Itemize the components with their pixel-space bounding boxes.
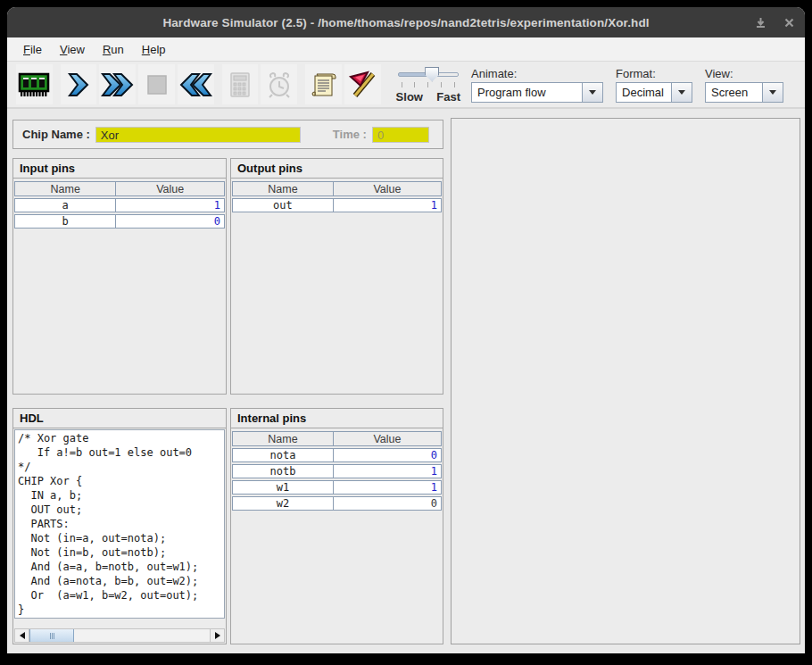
pin-name: w2 [233,497,333,510]
pin-name: b [15,215,115,228]
pin-value: 1 [333,481,441,494]
chip-name-field[interactable]: Xor [95,127,301,143]
input-pins-panel: Input pins Name Value a 1 b 0 [12,158,227,395]
input-pins-table: Name Value a 1 b 0 [14,181,225,229]
internal-pins-table: Name Value nota 0 notb 1 w1 1 w2 0 [232,431,442,511]
view-hdl-button[interactable] [305,64,342,104]
view-dropdown-arrow-icon[interactable] [762,83,783,102]
calculator-button[interactable] [222,64,259,104]
column-header-name: Name [15,182,115,195]
code-line: If a!=b out=1 else out=0 [18,445,224,460]
hdl-title: HDL [13,409,226,428]
animate-value: Program flow [472,83,551,102]
table-row: a 1 [14,198,225,212]
pin-value[interactable]: 0 [115,215,224,228]
pin-name: notb [233,465,333,478]
scrollbar-thumb[interactable] [29,629,74,642]
menu-run[interactable]: Run [94,39,133,60]
input-pins-title: Input pins [13,159,226,179]
table-header: Name Value [232,181,442,196]
code-line: */ [18,460,224,474]
chip-name-label: Chip Name : [22,128,90,141]
table-row: w1 1 [232,480,442,495]
code-line: } [18,603,224,617]
reset-icon [178,71,212,98]
time-field: 0 [372,127,429,143]
run-icon [101,71,135,98]
output-pins-panel: Output pins Name Value out 1 [230,158,443,395]
table-row: out 1 [232,198,442,212]
speed-slider-thumb[interactable] [425,67,439,82]
scroll-left-arrow-icon[interactable] [15,629,29,642]
toolbar: Slow Fast Animate: Program flow Format: … [7,62,805,109]
format-combo-group: Format: Decimal [616,67,692,103]
format-dropdown-arrow-icon[interactable] [671,83,692,102]
breakpoints-button[interactable] [344,64,381,104]
main-content: Chip Name : Xor Time : 0 Input pins Name… [7,109,805,652]
format-label: Format: [616,67,692,80]
hdl-panel: HDL /* Xor gate If a!=b out=1 else out=0… [12,408,227,644]
slider-slow-label: Slow [396,90,423,104]
hdl-horizontal-scrollbar[interactable] [14,628,225,643]
code-line: Not (in=b, out=notb); [18,545,224,560]
scroll-right-arrow-icon[interactable] [210,629,224,642]
close-icon[interactable] [784,18,794,28]
pin-name: nota [233,449,333,461]
single-step-icon [67,71,90,98]
time-label: Time : [333,128,367,141]
column-header-value: Value [333,182,441,195]
minimize-icon[interactable] [755,17,766,29]
column-header-value: Value [333,432,441,445]
code-line: And (a=nota, b=b, out=w2); [18,574,224,588]
table-row: b 0 [14,214,225,229]
load-chip-icon [18,71,50,99]
window-title: Hardware Simulator (2.5) - /home/thomas/… [162,16,649,29]
code-line: OUT out; [18,503,224,517]
code-line: PARTS: [18,517,224,531]
view-value: Screen [706,83,753,102]
column-header-name: Name [233,182,333,195]
view-combo-group: View: Screen [705,67,783,103]
internal-pins-title: Internal pins [231,409,443,428]
internal-pins-panel: Internal pins Name Value nota 0 notb 1 w… [230,408,443,644]
column-header-value: Value [115,182,224,195]
menu-bar: File View Run Help [7,37,805,62]
menu-view[interactable]: View [51,39,94,60]
clock-icon [264,70,294,100]
pin-name: out [233,199,333,212]
hdl-code-view[interactable]: /* Xor gate If a!=b out=1 else out=0 */ … [14,429,225,619]
code-line: Not (in=a, out=nota); [18,531,224,545]
chip-name-bar: Chip Name : Xor Time : 0 [12,120,443,149]
slider-fast-label: Fast [436,90,460,104]
animate-label: Animate: [471,67,603,80]
run-button[interactable] [99,64,136,104]
view-hdl-script-icon [310,71,338,99]
single-step-button[interactable] [61,64,97,104]
menu-file[interactable]: File [14,39,51,60]
pin-value: 0 [333,497,441,510]
pin-value[interactable]: 1 [115,199,224,212]
table-row: w2 0 [232,496,442,511]
animate-dropdown-arrow-icon[interactable] [582,83,602,102]
speed-slider: Slow Fast [396,66,460,104]
app-window: Hardware Simulator (2.5) - /home/thomas/… [7,7,805,653]
table-row: nota 0 [232,448,442,462]
title-bar: Hardware Simulator (2.5) - /home/thomas/… [7,7,805,37]
view-select[interactable]: Screen [705,82,783,103]
output-pins-table: Name Value out 1 [232,181,442,212]
stop-button[interactable] [138,64,175,104]
pin-name: a [15,199,115,212]
column-header-name: Name [233,432,333,445]
animate-select[interactable]: Program flow [471,82,603,103]
pin-name: w1 [233,481,333,494]
output-pins-title: Output pins [231,159,443,179]
format-select[interactable]: Decimal [616,82,692,103]
menu-help[interactable]: Help [133,39,175,60]
pin-value: 1 [333,465,441,478]
load-chip-button[interactable] [16,64,53,104]
animate-combo-group: Animate: Program flow [471,67,603,103]
clock-button[interactable] [261,64,297,104]
table-header: Name Value [14,181,225,196]
stop-icon [146,74,168,96]
reset-button[interactable] [178,64,214,104]
